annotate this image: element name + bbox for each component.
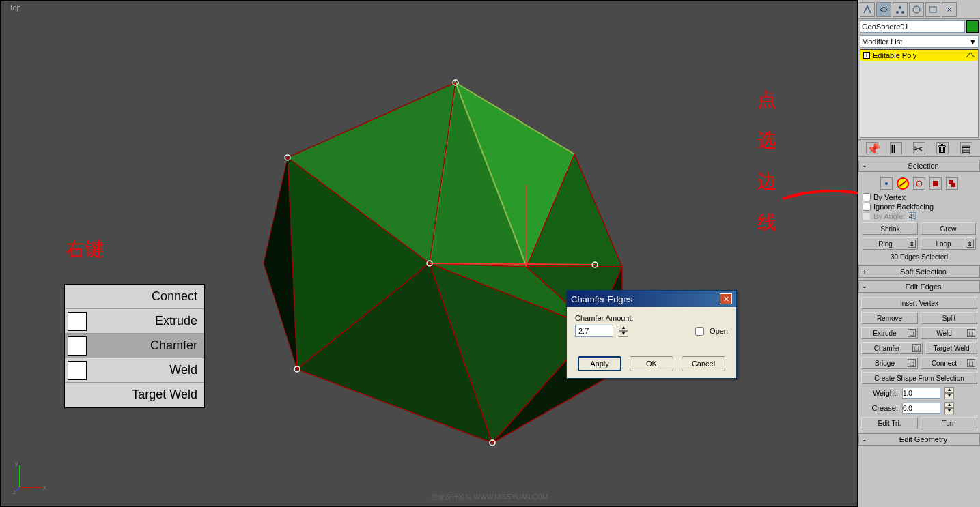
open-checkbox[interactable] [695, 327, 704, 336]
geosphere-mesh[interactable] [253, 69, 636, 458]
weight-spinner[interactable]: ▲▼ [944, 387, 954, 399]
crease-spinner[interactable]: ▲▼ [944, 402, 954, 414]
loop-button[interactable]: Loop⇕ [921, 237, 976, 250]
stack-toolbar: 📌 Ⅱ ✂ 🗑 ▤ [858, 139, 980, 157]
svg-text:y: y [15, 460, 18, 467]
context-menu-weld[interactable]: Weld [65, 358, 204, 383]
show-result-icon[interactable]: Ⅱ [890, 142, 902, 154]
ring-button[interactable]: Ring⇕ [863, 237, 918, 250]
svg-point-32 [901, 11, 904, 14]
hierarchy-tab-icon[interactable] [893, 2, 908, 17]
command-panel-tabs [858, 0, 980, 19]
crease-input[interactable] [902, 403, 940, 414]
weight-input[interactable] [902, 388, 940, 399]
context-menu-extrude[interactable]: Extrude [65, 309, 204, 334]
ok-button[interactable]: OK [630, 356, 673, 371]
soft-selection-rollout-header[interactable]: +Soft Selection [858, 265, 980, 278]
edit-tri-button[interactable]: Edit Tri. [861, 417, 918, 429]
remove-modifier-icon[interactable]: 🗑 [936, 142, 949, 154]
shrink-button[interactable]: Shrink [863, 222, 918, 235]
chamfer-button[interactable]: Chamfer□ [861, 342, 923, 354]
dialog-titlebar[interactable]: Chamfer Edges ✕ [567, 291, 736, 307]
target-weld-button[interactable]: Target Weld [925, 342, 977, 354]
svg-text:x: x [43, 484, 46, 491]
element-subobj-icon[interactable] [946, 177, 958, 190]
turn-button[interactable]: Turn [921, 417, 977, 429]
grow-button[interactable]: Grow [921, 222, 976, 235]
chamfer-dialog: Chamfer Edges ✕ Chamfer Amount: ▲▼ Open … [566, 290, 737, 379]
edge-subobj-icon[interactable] [897, 177, 909, 190]
loop-spinner-icon[interactable]: ⇕ [966, 240, 974, 248]
extrude-settings-icon[interactable]: □ [908, 329, 916, 337]
chamfer-amount-label: Chamfer Amount: [575, 314, 728, 322]
modify-tab-icon[interactable] [876, 2, 891, 17]
svg-rect-37 [933, 181, 938, 186]
context-menu-connect[interactable]: Connect [65, 285, 204, 309]
configure-sets-icon[interactable]: ▤ [960, 142, 972, 154]
remove-button[interactable]: Remove [861, 312, 918, 324]
weld-settings-icon[interactable]: □ [967, 329, 975, 337]
close-icon[interactable]: ✕ [720, 293, 732, 304]
dialog-title: Chamfer Edges [571, 294, 632, 304]
chamfer-settings-icon[interactable]: □ [912, 344, 921, 352]
svg-point-31 [896, 11, 899, 14]
utilities-tab-icon[interactable] [942, 2, 957, 17]
viewport-label: Top [9, 3, 21, 12]
bridge-settings-icon[interactable]: □ [908, 359, 916, 367]
by-vertex-checkbox[interactable] [863, 193, 871, 201]
object-color-swatch[interactable] [966, 20, 979, 33]
ignore-backfacing-checkbox[interactable] [863, 203, 871, 211]
svg-point-30 [899, 6, 901, 9]
footer-watermark: 思缘设计论坛 WWW.MISSYUAN.COM [431, 493, 548, 502]
svg-point-35 [885, 182, 888, 185]
context-menu-chamfer[interactable]: Chamfer [65, 334, 204, 358]
make-unique-icon[interactable]: ✂ [913, 142, 925, 154]
modifier-stack[interactable]: + Editable Poly [860, 49, 979, 138]
motion-tab-icon[interactable] [909, 2, 924, 17]
create-shape-button[interactable]: Create Shape From Selection [861, 372, 977, 384]
axis-gizmo: y x z [13, 460, 47, 494]
edit-geometry-rollout-header[interactable]: -Edit Geometry [858, 433, 980, 446]
split-button[interactable]: Split [921, 312, 977, 324]
pin-stack-icon[interactable]: 📌 [866, 142, 878, 154]
viewport-top[interactable]: Top y x z 右键 点选边线 思缘 [0, 0, 858, 507]
edge-subobj-icon [966, 52, 975, 59]
context-menu-target-weld[interactable]: Target Weld [65, 383, 204, 407]
connect-button[interactable]: Connect□ [921, 357, 977, 369]
by-angle-checkbox[interactable] [863, 212, 871, 220]
by-angle-input [908, 212, 916, 220]
cancel-button[interactable]: Cancel [682, 356, 725, 371]
svg-line-27 [16, 487, 20, 491]
edit-edges-rollout-header[interactable]: -Edit Edges [858, 280, 980, 293]
ring-spinner-icon[interactable]: ⇕ [908, 240, 916, 248]
edit-edges-rollout: -Edit Edges Insert Vertex Remove Split E… [858, 280, 980, 433]
spinner[interactable]: ▲▼ [619, 325, 628, 337]
svg-point-33 [913, 6, 920, 13]
chamfer-amount-input[interactable] [575, 325, 613, 337]
extrude-button[interactable]: Extrude□ [861, 327, 918, 339]
connect-settings-icon[interactable]: □ [967, 359, 975, 367]
object-name-input[interactable] [860, 20, 965, 33]
svg-point-36 [916, 181, 922, 186]
chevron-down-icon: ▼ [969, 38, 977, 46]
expand-icon[interactable]: + [863, 52, 870, 59]
weld-button[interactable]: Weld□ [921, 327, 977, 339]
insert-vertex-button[interactable]: Insert Vertex [861, 297, 977, 309]
polygon-subobj-icon[interactable] [929, 177, 942, 190]
border-subobj-icon[interactable] [913, 177, 925, 190]
display-tab-icon[interactable] [925, 2, 940, 17]
vertex-subobj-icon[interactable] [880, 177, 893, 190]
selection-rollout: -Selection By Vertex Ignore Backfacing B… [858, 160, 980, 265]
apply-button[interactable]: Apply [578, 356, 621, 371]
modifier-list-dropdown[interactable]: Modifier List▼ [860, 35, 979, 48]
stack-item-editable-poly[interactable]: + Editable Poly [860, 50, 978, 61]
annotation-select-edge: 点选边线 [757, 79, 778, 243]
bridge-button[interactable]: Bridge□ [861, 357, 918, 369]
create-tab-icon[interactable] [860, 2, 875, 17]
selection-status: 30 Edges Selected [863, 251, 976, 263]
annotation-right-click: 右键 [66, 236, 104, 262]
svg-text:z: z [13, 489, 16, 494]
selection-rollout-header[interactable]: -Selection [858, 160, 980, 172]
command-panel: Modifier List▼ + Editable Poly 📌 Ⅱ ✂ 🗑 ▤… [858, 0, 980, 507]
svg-rect-39 [951, 183, 955, 187]
